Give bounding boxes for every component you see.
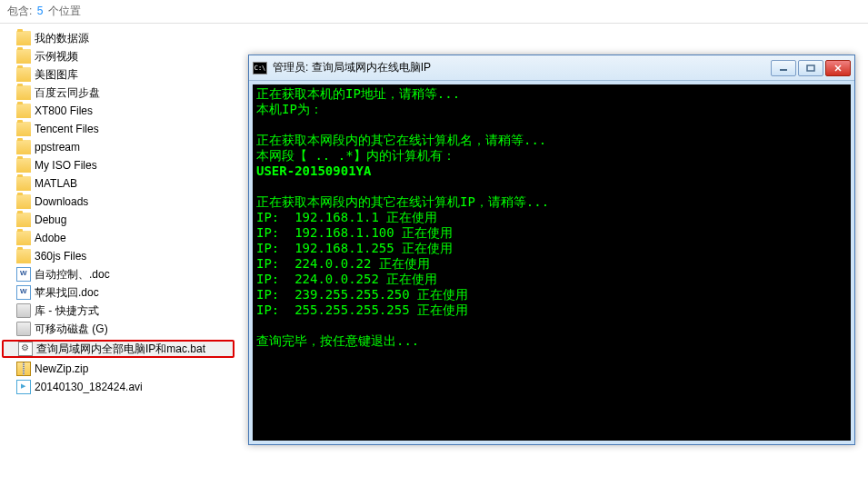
window-controls xyxy=(771,60,851,76)
console-line: IP: 192.168.1.255 正在使用 xyxy=(256,241,847,256)
svg-rect-1 xyxy=(807,65,814,71)
folder-icon xyxy=(16,249,31,263)
file-item[interactable]: Debug xyxy=(0,211,236,229)
maximize-button[interactable] xyxy=(798,60,823,76)
file-item[interactable]: ppstream xyxy=(0,138,236,156)
folder-icon xyxy=(16,49,31,64)
file-item[interactable]: 自动控制、.doc xyxy=(0,265,236,283)
console-line: IP: 224.0.0.22 正在使用 xyxy=(256,256,847,272)
file-label: 示例视频 xyxy=(35,49,78,64)
file-item[interactable]: 库 - 快捷方式 xyxy=(0,302,236,320)
drive-icon xyxy=(16,322,31,336)
console-line: IP: 239.255.255.250 正在使用 xyxy=(256,287,847,303)
file-label: ppstream xyxy=(35,141,80,154)
header-suffix: 个位置 xyxy=(48,5,81,17)
minimize-icon xyxy=(779,64,788,72)
file-item[interactable]: MATLAB xyxy=(0,174,236,193)
file-item[interactable]: Adobe xyxy=(0,229,236,247)
folder-icon xyxy=(16,67,31,82)
close-button[interactable] xyxy=(825,60,851,76)
file-label: Tencent Files xyxy=(35,123,99,135)
file-label: 百度云同步盘 xyxy=(35,85,100,101)
file-item[interactable]: 360js Files xyxy=(0,247,236,265)
console-line: IP: 192.168.1.100 正在使用 xyxy=(256,225,847,241)
console-line: 正在获取本机的IP地址，请稍等... xyxy=(256,86,847,102)
file-item[interactable]: 查询局域网内全部电脑IP和mac.bat xyxy=(2,340,234,358)
file-label: 查询局域网内全部电脑IP和mac.bat xyxy=(36,342,205,357)
doc-icon xyxy=(16,285,31,300)
file-label: Downloads xyxy=(35,195,88,208)
title-text: 查询局域网内在线电脑IP xyxy=(312,61,431,74)
console-line: 正在获取本网段内的其它在线计算机名，请稍等... xyxy=(256,133,847,148)
console-line xyxy=(256,318,847,333)
window-title: 管理员: 查询局域网内在线电脑IP xyxy=(273,60,771,75)
file-label: 自动控制、.doc xyxy=(35,267,110,283)
header-count[interactable]: 5 xyxy=(37,5,44,17)
file-label: 美图图库 xyxy=(35,67,78,83)
doc-icon xyxy=(16,267,31,282)
close-icon xyxy=(833,64,843,72)
folder-icon xyxy=(16,176,31,191)
file-item[interactable]: 百度云同步盘 xyxy=(0,84,236,102)
folder-icon xyxy=(16,140,31,154)
file-label: 20140130_182424.avi xyxy=(35,381,143,393)
console-line: 本网段【 .. .*】内的计算机有： xyxy=(256,148,847,164)
cmd-icon: C:\ xyxy=(253,62,267,74)
file-item[interactable]: 美图图库 xyxy=(0,65,236,84)
file-label: 我的数据源 xyxy=(35,31,89,46)
folder-icon xyxy=(16,231,31,245)
file-item[interactable]: Tencent Files xyxy=(0,120,236,138)
file-label: NewZip.zip xyxy=(35,362,88,375)
console-line: IP: 192.168.1.1 正在使用 xyxy=(256,210,847,225)
folder-icon xyxy=(16,31,31,45)
file-label: MATLAB xyxy=(35,177,77,190)
file-item[interactable]: Downloads xyxy=(0,193,236,211)
file-item[interactable]: My ISO Files xyxy=(0,156,236,174)
folder-icon xyxy=(16,85,31,100)
file-item[interactable]: 我的数据源 xyxy=(0,29,236,47)
drive-icon xyxy=(16,303,31,318)
folder-icon xyxy=(16,158,31,173)
console-line: IP: 224.0.0.252 正在使用 xyxy=(256,272,847,287)
titlebar[interactable]: C:\ 管理员: 查询局域网内在线电脑IP xyxy=(249,55,854,81)
file-list: 我的数据源示例视频美图图库百度云同步盘XT800 FilesTencent Fi… xyxy=(0,24,236,402)
bat-icon xyxy=(18,342,33,356)
console-window: C:\ 管理员: 查询局域网内在线电脑IP 正在获取本机的IP地址，请稍等...… xyxy=(248,55,855,445)
location-header: 包含: 5 个位置 xyxy=(0,0,868,24)
file-label: Adobe xyxy=(35,232,66,244)
file-label: Debug xyxy=(35,213,66,226)
maximize-icon xyxy=(806,64,815,72)
console-line xyxy=(256,117,847,133)
console-line: 正在获取本网段内的其它在线计算机IP，请稍等... xyxy=(256,194,847,210)
file-item[interactable]: 苹果找回.doc xyxy=(0,283,236,302)
file-item[interactable]: 20140130_182424.avi xyxy=(0,378,236,396)
header-prefix: 包含: xyxy=(7,5,32,17)
folder-icon xyxy=(16,122,31,136)
folder-icon xyxy=(16,104,31,118)
file-label: 360js Files xyxy=(35,250,86,263)
file-item[interactable]: 可移动磁盘 (G) xyxy=(0,320,236,338)
file-item[interactable]: NewZip.zip xyxy=(0,360,236,378)
console-output[interactable]: 正在获取本机的IP地址，请稍等...本机IP为： 正在获取本网段内的其它在线计算… xyxy=(253,84,851,441)
minimize-button[interactable] xyxy=(771,60,796,76)
file-item[interactable]: XT800 Files xyxy=(0,102,236,120)
file-label: 可移动磁盘 (G) xyxy=(35,322,108,337)
file-label: XT800 Files xyxy=(35,104,93,117)
folder-icon xyxy=(16,213,31,227)
file-label: 库 - 快捷方式 xyxy=(35,303,99,319)
folder-icon xyxy=(16,194,31,209)
console-line: 查询完毕，按任意键退出... xyxy=(256,333,847,349)
title-prefix: 管理员: xyxy=(273,61,308,74)
zip-icon xyxy=(16,362,31,376)
console-line: IP: 255.255.255.255 正在使用 xyxy=(256,303,847,318)
file-label: 苹果找回.doc xyxy=(35,285,99,301)
file-item[interactable]: 示例视频 xyxy=(0,47,236,65)
console-line: 本机IP为： xyxy=(256,102,847,117)
console-line xyxy=(256,179,847,194)
console-line: USER-20150901YA xyxy=(256,164,847,179)
video-icon xyxy=(16,380,31,394)
file-label: My ISO Files xyxy=(35,159,97,172)
